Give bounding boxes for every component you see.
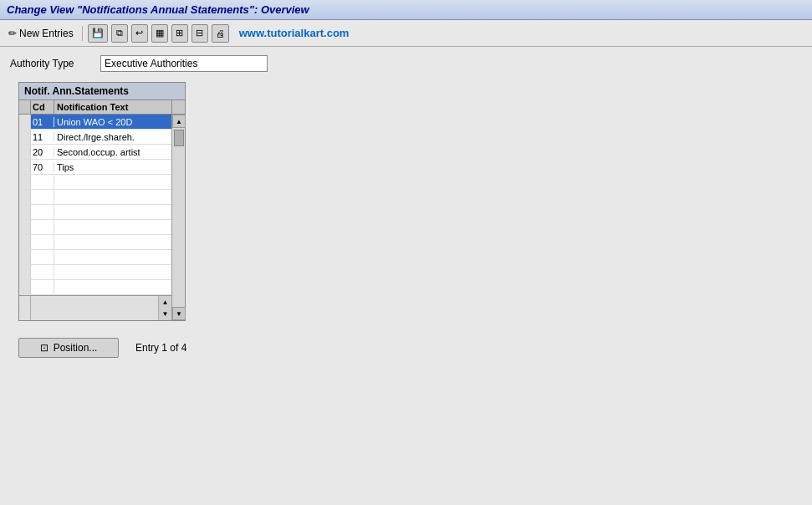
authority-type-row: Authority Type: [10, 55, 802, 72]
grid2-icon: ⊟: [196, 28, 203, 38]
cell-cd: 01: [31, 117, 54, 127]
empty-table-row: [19, 280, 171, 295]
empty-row-selector: [19, 265, 31, 279]
cell-cd: 11: [31, 132, 54, 142]
table-row[interactable]: 70 Tips: [19, 160, 171, 175]
data-table: Cd Notification Text 01 Union WAO < 20D: [18, 99, 186, 321]
undo-icon: ↩: [135, 28, 143, 38]
grid-icon: ⊞: [176, 28, 183, 38]
watermark-text: www.tutorialkart.com: [239, 27, 350, 39]
row-selector: [19, 115, 31, 129]
empty-cell-cd: [31, 175, 54, 189]
table-row[interactable]: 20 Second.occup. artist: [19, 145, 171, 160]
empty-table-row: [19, 235, 171, 250]
col-scroll-header: [171, 100, 185, 114]
col-cd-header: Cd: [31, 100, 54, 114]
table-row[interactable]: 11 Direct./lrge.shareh.: [19, 130, 171, 145]
table-icon: ▦: [156, 28, 164, 38]
toolbar-separator-1: [82, 26, 83, 41]
empty-table-row: [19, 220, 171, 235]
position-label: Position...: [54, 342, 98, 354]
col-selector-header: [19, 100, 31, 114]
empty-cell-text: [54, 250, 171, 264]
copy-button[interactable]: ⧉: [111, 24, 128, 43]
copy-icon: ⧉: [116, 28, 123, 38]
empty-table-row: [19, 265, 171, 280]
save-button[interactable]: 💾: [88, 24, 108, 43]
footer-area: ⊡ Position... Entry 1 of 4: [10, 338, 802, 358]
empty-cell-cd: [31, 205, 54, 219]
empty-cell-cd: [31, 250, 54, 264]
main-content: Authority Type Notif. Ann.Statements Cd …: [0, 47, 812, 366]
empty-cell-text: [54, 190, 171, 204]
col-notification-text-header: Notification Text: [54, 100, 171, 114]
pencil-icon: ✏: [8, 28, 17, 39]
empty-cell-cd: [31, 235, 54, 249]
page-title: Change View "Notifications Annual Statem…: [7, 3, 309, 16]
empty-table-row: [19, 250, 171, 265]
cell-cd: 70: [31, 162, 54, 172]
cell-text: Direct./lrge.shareh.: [54, 132, 171, 142]
print-button[interactable]: 🖨: [212, 24, 229, 43]
footer-spacer: [31, 296, 158, 320]
empty-cell-text: [54, 265, 171, 279]
scrollbar-up-button[interactable]: ▲: [172, 115, 186, 128]
authority-type-label: Authority Type: [10, 58, 94, 69]
empty-cell-text: [54, 205, 171, 219]
grid-main: 01 Union WAO < 20D 11 Direct./lrge.share…: [19, 115, 171, 320]
position-button[interactable]: ⊡ Position...: [18, 338, 119, 358]
empty-cell-cd: [31, 280, 54, 294]
empty-table-row: [19, 205, 171, 220]
grid-button[interactable]: ⊞: [171, 24, 188, 43]
grid-body-wrapper: 01 Union WAO < 20D 11 Direct./lrge.share…: [19, 115, 185, 320]
grid-footer-scroll: ▲ ▼: [19, 295, 171, 320]
cell-text: Union WAO < 20D: [54, 117, 171, 127]
empty-row-selector: [19, 280, 31, 294]
empty-row-selector: [19, 250, 31, 264]
empty-cell-cd: [31, 190, 54, 204]
empty-cell-text: [54, 220, 171, 234]
table-section-header: Notif. Ann.Statements: [18, 82, 186, 99]
footer-selector-spacer: [19, 296, 31, 320]
entry-count-label: Entry 1 of 4: [135, 342, 186, 354]
empty-row-selector: [19, 235, 31, 249]
empty-row-selector: [19, 220, 31, 234]
new-entries-button[interactable]: ✏ New Entries: [5, 26, 77, 41]
another-grid-button[interactable]: ⊟: [192, 24, 208, 43]
empty-row-selector: [19, 175, 31, 189]
vertical-scroll-control: ▲ ▼: [158, 296, 171, 320]
empty-row-selector: [19, 205, 31, 219]
row-selector: [19, 160, 31, 174]
authority-type-input[interactable]: [100, 55, 268, 72]
grid-scrollbar: ▲ ▼: [171, 115, 185, 320]
table-container: Notif. Ann.Statements Cd Notification Te…: [18, 82, 802, 321]
empty-row-selector: [19, 190, 31, 204]
scrollbar-track: [172, 128, 185, 307]
scroll-up-button[interactable]: ▲: [159, 296, 171, 309]
row-selector: [19, 130, 31, 144]
empty-cell-text: [54, 280, 171, 294]
scrollbar-down-button[interactable]: ▼: [172, 307, 186, 320]
undo-button[interactable]: ↩: [131, 24, 148, 43]
empty-cell-text: [54, 235, 171, 249]
cell-text: Second.occup. artist: [54, 147, 171, 157]
empty-table-row: [19, 190, 171, 205]
title-bar: Change View "Notifications Annual Statem…: [0, 0, 812, 20]
cell-text: Tips: [54, 162, 171, 172]
table-row[interactable]: 01 Union WAO < 20D: [19, 115, 171, 130]
print-icon: 🖨: [216, 28, 225, 38]
scrollbar-thumb[interactable]: [174, 130, 184, 146]
scroll-down-button[interactable]: ▼: [159, 309, 171, 321]
empty-cell-text: [54, 175, 171, 189]
new-entries-label: New Entries: [19, 28, 74, 39]
position-icon: ⊡: [40, 342, 49, 354]
row-selector: [19, 145, 31, 159]
save-icon: 💾: [92, 28, 104, 38]
toolbar: ✏ New Entries 💾 ⧉ ↩ ▦ ⊞ ⊟ 🖨 www.tutorial…: [0, 20, 812, 47]
empty-cell-cd: [31, 220, 54, 234]
empty-cell-cd: [31, 265, 54, 279]
table-button[interactable]: ▦: [151, 24, 168, 43]
grid-header: Cd Notification Text: [19, 100, 185, 115]
cell-cd: 20: [31, 147, 54, 157]
empty-table-row: [19, 175, 171, 190]
